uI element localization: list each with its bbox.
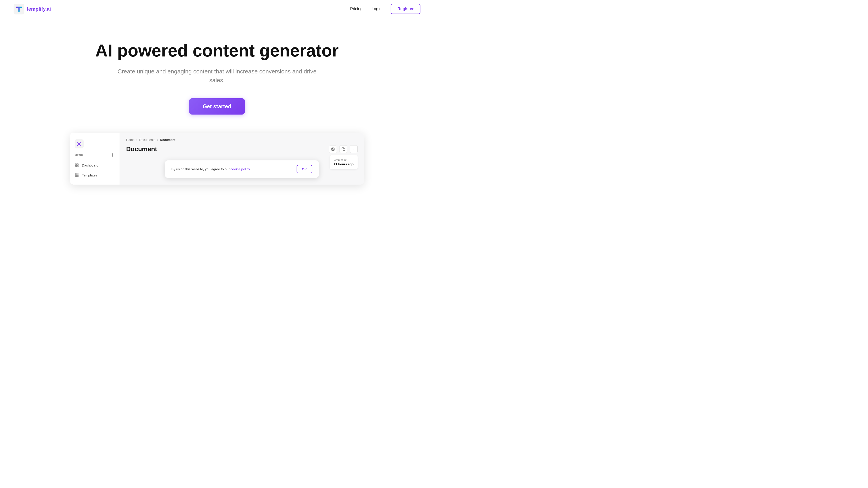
svg-rect-13: [76, 175, 78, 176]
meta-created-label: Created at: [334, 158, 353, 162]
logo-link[interactable]: templify.ai: [13, 4, 51, 14]
document-title: Document: [126, 145, 157, 153]
cookie-policy-link[interactable]: cookie policy: [230, 167, 250, 171]
sidebar-dashboard-label: Dashboard: [82, 163, 98, 167]
brand-name: templify.ai: [27, 6, 51, 12]
save-doc-button[interactable]: [329, 145, 337, 153]
copy-doc-button[interactable]: [340, 145, 347, 153]
svg-rect-15: [75, 176, 76, 177]
svg-rect-7: [75, 166, 76, 167]
logo-icon: [13, 4, 24, 14]
sidebar-settings-icon[interactable]: [111, 153, 115, 158]
save-icon: [331, 147, 335, 151]
more-icon: [352, 147, 355, 151]
svg-rect-8: [77, 166, 79, 167]
svg-rect-9: [75, 174, 76, 175]
cookie-banner: By using this website, you agree to our …: [165, 160, 319, 178]
svg-rect-16: [76, 176, 78, 177]
breadcrumb: Home › Documents › Document: [126, 138, 358, 142]
svg-rect-17: [78, 176, 79, 177]
sidebar-logo-icon: [76, 141, 82, 147]
svg-rect-12: [75, 175, 76, 176]
document-actions: [329, 145, 358, 153]
cookie-text-main: By using this website, you agree to our: [171, 167, 230, 171]
svg-rect-1: [16, 6, 22, 8]
sidebar-menu-header: MENU: [70, 153, 120, 158]
cookie-period: .: [250, 167, 251, 171]
breadcrumb-documents[interactable]: Documents: [139, 138, 155, 142]
pricing-link[interactable]: Pricing: [350, 6, 363, 11]
svg-rect-2: [18, 8, 20, 12]
breadcrumb-sep-1: ›: [136, 138, 137, 142]
svg-point-4: [112, 155, 113, 156]
cookie-ok-button[interactable]: OK: [297, 165, 313, 173]
nav-links: Pricing Login Register: [350, 4, 421, 14]
sidebar-menu-label: MENU: [74, 154, 83, 157]
hero-title: AI powered content generator: [95, 41, 339, 60]
hero-section: AI powered content generator Create uniq…: [0, 18, 434, 133]
logo-svg: [15, 5, 23, 13]
breadcrumb-home[interactable]: Home: [126, 138, 134, 142]
templates-icon: [74, 173, 79, 177]
svg-rect-5: [75, 164, 76, 165]
hero-subtitle: Create unique and engaging content that …: [115, 67, 319, 85]
svg-point-3: [79, 143, 80, 144]
meta-created-value: 21 hours ago: [334, 162, 353, 166]
app-preview-section: MENU Dashboard: [0, 133, 434, 198]
preview-card: MENU Dashboard: [70, 133, 364, 185]
breadcrumb-current: Document: [160, 138, 176, 142]
sidebar-item-templates[interactable]: Templates: [70, 170, 120, 180]
sidebar-item-dashboard[interactable]: Dashboard: [70, 160, 120, 170]
copy-icon: [342, 147, 345, 151]
main-content: Home › Documents › Document Document: [120, 133, 364, 185]
get-started-button[interactable]: Get started: [189, 98, 245, 115]
document-header: Document: [126, 145, 358, 153]
svg-rect-10: [76, 174, 78, 175]
sidebar: MENU Dashboard: [70, 133, 120, 185]
svg-rect-14: [78, 175, 79, 176]
register-button[interactable]: Register: [391, 4, 421, 14]
svg-rect-6: [77, 164, 79, 165]
login-link[interactable]: Login: [372, 6, 381, 11]
dashboard-icon: [74, 163, 79, 167]
sidebar-logo: [74, 139, 84, 149]
header: templify.ai Pricing Login Register: [0, 0, 434, 18]
cookie-text: By using this website, you agree to our …: [171, 167, 292, 171]
more-doc-button[interactable]: [350, 145, 358, 153]
breadcrumb-sep-2: ›: [157, 138, 158, 142]
meta-info-card: Created at 21 hours ago: [330, 155, 358, 169]
svg-rect-11: [78, 174, 79, 175]
svg-rect-18: [343, 149, 345, 151]
sidebar-templates-label: Templates: [82, 173, 97, 177]
